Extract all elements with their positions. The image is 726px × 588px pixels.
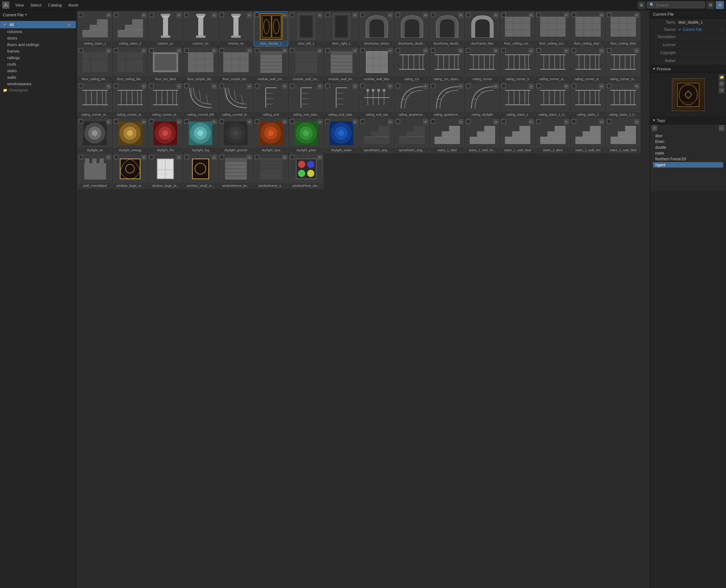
asset-edit-icon[interactable]: ✏: [141, 13, 146, 18]
preview-options-icon[interactable]: ⋯: [719, 66, 723, 71]
search-input[interactable]: [656, 3, 702, 7]
tag-item[interactable]: door: [653, 133, 723, 139]
asset-edit-icon[interactable]: ✏: [423, 119, 428, 124]
settings-btn[interactable]: ⚙: [716, 1, 724, 9]
asset-edit-icon[interactable]: ✏: [247, 48, 252, 53]
preview-refresh-btn[interactable]: ↻: [719, 81, 725, 87]
asset-edit-icon[interactable]: ✏: [247, 84, 252, 89]
asset-edit-icon[interactable]: ✏: [317, 119, 322, 124]
asset-edit-icon[interactable]: ✏: [106, 155, 111, 160]
asset-checkbox[interactable]: [396, 84, 400, 88]
asset-edit-icon[interactable]: ✏: [282, 119, 287, 124]
asset-edit-icon[interactable]: ✏: [493, 84, 498, 89]
add-icon[interactable]: +: [66, 22, 72, 27]
asset-item[interactable]: ✏ window_large_pl...: [148, 154, 183, 189]
asset-checkbox[interactable]: [325, 119, 330, 124]
asset-edit-icon[interactable]: ✏: [141, 155, 146, 160]
asset-item[interactable]: ✏ column_2s: [183, 12, 218, 46]
asset-item[interactable]: ✏ railing_stairs_1_b...: [535, 83, 570, 118]
grid-view-btn[interactable]: ⊞: [637, 1, 645, 9]
asset-edit-icon[interactable]: ✏: [176, 119, 182, 124]
asset-item[interactable]: ✏ railing_skylight: [465, 83, 499, 118]
asset-item[interactable]: ✏ skylight_plant: [289, 118, 323, 153]
asset-edit-icon[interactable]: ✏: [564, 84, 569, 89]
asset-checkbox[interactable]: [572, 48, 576, 53]
asset-item[interactable]: ✏ floor_ceiling_tiled: [606, 12, 640, 46]
asset-checkbox[interactable]: [572, 84, 576, 88]
asset-checkbox[interactable]: [149, 84, 154, 88]
asset-item[interactable]: ✏ floor_ceiling_out...: [535, 12, 570, 46]
asset-edit-icon[interactable]: ✏: [529, 84, 534, 89]
asset-item[interactable]: ✏ window_large_or...: [113, 154, 147, 189]
asset-edit-icon[interactable]: ✏: [388, 48, 393, 53]
asset-checkbox[interactable]: [396, 48, 400, 53]
asset-edit-icon[interactable]: ✏: [317, 13, 322, 18]
asset-item[interactable]: ✏ railing_corner_st...: [606, 47, 640, 82]
asset-item[interactable]: ✏ railing_end_top: [359, 83, 394, 118]
menu-view[interactable]: View: [12, 2, 27, 8]
asset-edit-icon[interactable]: ✏: [634, 84, 639, 89]
asset-edit-icon[interactable]: ✏: [212, 13, 217, 18]
asset-edit-icon[interactable]: ✏: [352, 48, 358, 53]
asset-checkbox[interactable]: [537, 13, 541, 17]
asset-checkbox[interactable]: [220, 119, 224, 124]
asset-checkbox[interactable]: [220, 48, 224, 53]
asset-edit-icon[interactable]: ✏: [176, 13, 182, 18]
asset-item[interactable]: ✏ wall_crenellated: [78, 154, 112, 189]
asset-item[interactable]: ✏ windowPane_ele...: [289, 154, 323, 189]
asset-item[interactable]: ✏ module_wall_1m...: [254, 47, 288, 82]
asset-item[interactable]: ✏ stairs_2_wall_rim: [571, 118, 605, 153]
asset-edit-icon[interactable]: ✏: [176, 84, 182, 89]
asset-checkbox[interactable]: [360, 84, 365, 88]
asset-item[interactable]: ✏ skylight_fog: [183, 118, 218, 153]
asset-checkbox[interactable]: [466, 48, 470, 53]
asset-checkbox[interactable]: [220, 84, 224, 88]
asset-edit-icon[interactable]: ✏: [388, 13, 393, 18]
asset-checkbox[interactable]: [360, 48, 365, 53]
asset-edit-icon[interactable]: ✏: [529, 119, 534, 124]
asset-edit-icon[interactable]: ✏: [458, 13, 463, 18]
sidebar-item-roofs[interactable]: roofs: [0, 61, 76, 67]
asset-item[interactable]: ✏ skylight_lava: [254, 118, 288, 153]
asset-edit-icon[interactable]: ✏: [388, 84, 393, 89]
asset-checkbox[interactable]: [114, 13, 118, 17]
asset-item[interactable]: ✏ doorframe_doubl...: [395, 12, 429, 46]
asset-edit-icon[interactable]: ✏: [423, 13, 428, 18]
asset-item[interactable]: ✏ stairs_1_wall_tiled: [500, 118, 535, 153]
asset-edit-icon[interactable]: ✏: [141, 119, 146, 124]
sidebar-item-stairs[interactable]: stairs: [0, 67, 76, 74]
asset-checkbox[interactable]: [396, 119, 400, 124]
asset-checkbox[interactable]: [220, 155, 224, 159]
asset-checkbox[interactable]: [290, 84, 294, 88]
menu-asset[interactable]: Asset: [65, 2, 81, 8]
asset-checkbox[interactable]: [607, 119, 611, 124]
asset-checkbox[interactable]: [325, 84, 330, 88]
asset-edit-icon[interactable]: ✏: [352, 84, 358, 89]
tag-item[interactable]: Northern Forest Elf: [653, 156, 723, 162]
asset-edit-icon[interactable]: ✏: [599, 119, 604, 124]
asset-edit-icon[interactable]: ✏: [212, 84, 217, 89]
asset-checkbox[interactable]: [431, 84, 435, 88]
asset-item[interactable]: ✏ doorframe_tiles: [465, 12, 499, 46]
asset-checkbox[interactable]: [114, 155, 118, 159]
asset-checkbox[interactable]: [290, 119, 294, 124]
sidebar-item-railings[interactable]: railings: [0, 54, 76, 61]
asset-item[interactable]: ✏ railing_curved_left: [183, 83, 218, 118]
asset-checkbox[interactable]: [431, 48, 435, 53]
asset-checkbox[interactable]: [466, 119, 470, 124]
asset-item[interactable]: ✏ module_wall_bri...: [324, 47, 359, 82]
asset-edit-icon[interactable]: ✏: [458, 84, 463, 89]
asset-checkbox[interactable]: [255, 119, 259, 124]
asset-edit-icon[interactable]: ✏: [212, 119, 217, 124]
asset-item[interactable]: ✏ railing_corner_st...: [78, 83, 112, 118]
menu-catalog[interactable]: Catalog: [45, 2, 65, 8]
asset-item[interactable]: ✏ railing_quartercir...: [430, 83, 464, 118]
asset-checkbox[interactable]: [255, 155, 259, 159]
asset-edit-icon[interactable]: ✏: [212, 48, 217, 53]
sidebar-item-columns[interactable]: columns: [0, 28, 76, 35]
asset-checkbox[interactable]: [537, 48, 541, 53]
all-checkbox[interactable]: ✓: [3, 22, 7, 27]
sidebar-item-floors[interactable]: floors and ceilings: [0, 41, 76, 48]
asset-item[interactable]: ✏ column_1s: [148, 12, 183, 46]
asset-item[interactable]: ✏ column_4s: [219, 12, 253, 46]
